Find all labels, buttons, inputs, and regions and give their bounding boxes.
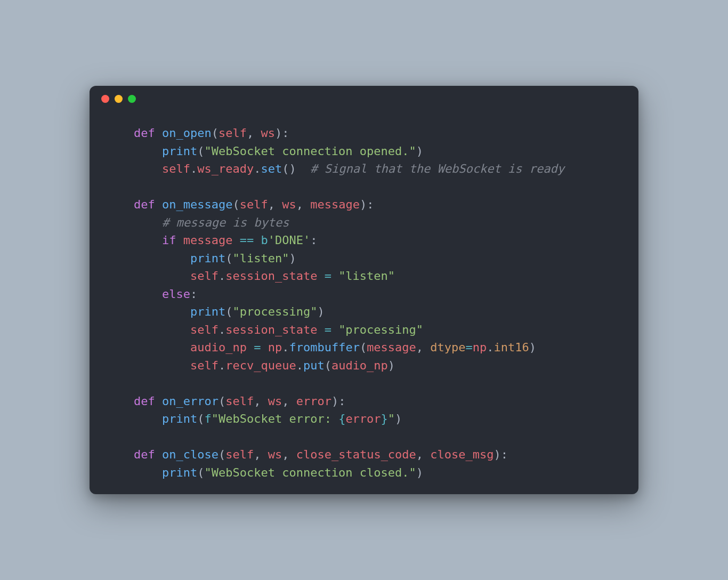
code-block: def on_open(self, ws): print("WebSocket … (90, 111, 638, 481)
string-literal: "listen" (338, 269, 395, 283)
func-name: on_open (162, 126, 212, 140)
param-close_msg: close_msg (430, 448, 494, 461)
param-error: error (296, 394, 331, 408)
arg-audio_np: audio_np (331, 359, 388, 372)
string-literal: "listen" (232, 252, 289, 265)
param-ws: ws (268, 448, 282, 461)
paren: ) (529, 341, 536, 354)
dot: . (254, 162, 261, 175)
paren: ) (395, 412, 402, 425)
attr-session_state: session_state (225, 269, 317, 283)
paren: ( (325, 359, 331, 372)
comma: , (296, 198, 311, 211)
param-self: self (240, 198, 268, 211)
bytes-prefix: b (261, 233, 268, 247)
window-titlebar (90, 86, 638, 111)
op-assign: = (325, 323, 331, 336)
minimize-icon[interactable] (115, 95, 123, 103)
paren: ( (212, 126, 219, 140)
attr-ws_ready: ws_ready (197, 162, 254, 175)
keyword-def: def (134, 198, 155, 211)
call-frombuffer: frombuffer (289, 341, 359, 354)
comma: , (268, 198, 282, 211)
dot: . (282, 341, 289, 354)
call-put: put (303, 359, 325, 372)
string-literal: " (388, 412, 395, 425)
self: self (190, 359, 219, 372)
colon: : (190, 287, 197, 301)
paren: ( (219, 448, 225, 461)
var-np: np (268, 341, 282, 354)
call-print: print (162, 144, 197, 158)
zoom-icon[interactable] (128, 95, 136, 103)
param-self: self (225, 448, 254, 461)
keyword-def: def (134, 394, 155, 408)
interp-error: error (345, 412, 381, 425)
comment: # message is bytes (162, 216, 289, 229)
string-literal: "processing" (338, 323, 423, 336)
paren: ): (275, 126, 289, 140)
paren: ( (225, 252, 232, 265)
comma: , (247, 126, 261, 140)
comment: # Signal that the WebSocket is ready (310, 162, 564, 175)
dot: . (296, 359, 303, 372)
op-assign: = (325, 269, 331, 283)
paren: ) (416, 466, 423, 479)
func-name: on_message (162, 198, 232, 211)
comma: , (254, 448, 268, 461)
comma: , (416, 341, 431, 354)
param-ws: ws (261, 126, 275, 140)
paren: ( (219, 394, 225, 408)
brace: } (381, 412, 388, 425)
dot: . (219, 323, 225, 336)
paren: ) (289, 252, 296, 265)
param-message: message (310, 198, 360, 211)
paren: ) (416, 144, 423, 158)
op-eq: == (240, 233, 254, 247)
brace: { (338, 412, 345, 425)
attr-recv_queue: recv_queue (225, 359, 296, 372)
self: self (190, 323, 219, 336)
self: self (162, 162, 190, 175)
var-audio_np: audio_np (190, 341, 247, 354)
dot: . (219, 269, 225, 283)
param-ws: ws (268, 394, 282, 408)
call-set: set (261, 162, 282, 175)
call-print: print (162, 466, 197, 479)
attr-session_state: session_state (225, 323, 317, 336)
paren: ): (331, 394, 346, 408)
self: self (190, 269, 219, 283)
keyword-else: else (162, 287, 190, 301)
call-print: print (190, 305, 225, 318)
func-name: on_error (162, 394, 219, 408)
comma: , (254, 394, 268, 408)
call-print: print (162, 412, 197, 425)
fstring-prefix: f (204, 412, 211, 425)
paren: ( (225, 305, 232, 318)
var-np: np (473, 341, 487, 354)
param-ws: ws (282, 198, 296, 211)
keyword-def: def (134, 448, 155, 461)
dot: . (219, 359, 225, 372)
param-self: self (219, 126, 247, 140)
paren: ) (388, 359, 395, 372)
op-assign: = (466, 341, 473, 354)
colon: : (310, 233, 317, 247)
call-print: print (190, 252, 225, 265)
stage: def on_open(self, ws): print("WebSocket … (0, 0, 728, 580)
string-literal: "WebSocket connection opened." (204, 144, 416, 158)
param-self: self (225, 394, 254, 408)
paren: ( (197, 144, 204, 158)
op-assign: = (254, 341, 261, 354)
var-message: message (183, 233, 233, 247)
paren: ): (360, 198, 374, 211)
arg-message: message (367, 341, 416, 354)
paren: () (282, 162, 296, 175)
paren: ( (197, 412, 204, 425)
code-window: def on_open(self, ws): print("WebSocket … (90, 86, 638, 494)
comma: , (282, 448, 296, 461)
close-icon[interactable] (101, 95, 109, 103)
string-literal: "processing" (232, 305, 317, 318)
string-literal: "WebSocket connection closed." (204, 466, 416, 479)
paren: ( (197, 466, 204, 479)
